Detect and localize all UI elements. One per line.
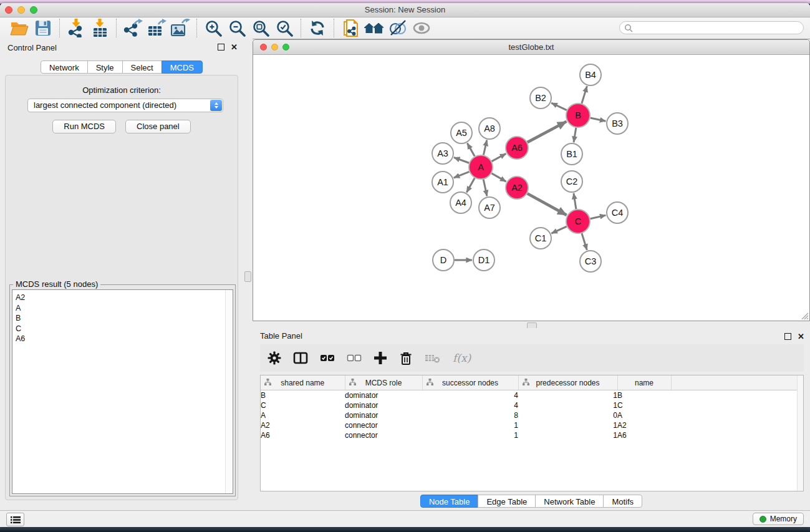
table-cell[interactable]: B [617,390,671,401]
horizontal-splitter[interactable] [253,321,810,328]
table-cell[interactable]: B [261,390,345,401]
table-cell[interactable]: 1 [422,430,518,440]
home-button[interactable] [362,18,386,38]
graph-edge-A-A1[interactable] [454,172,470,178]
table-cell[interactable]: connector [345,430,422,440]
table-cell[interactable]: C [261,400,345,410]
memory-button[interactable]: Memory [753,513,804,525]
delete-column-button[interactable] [399,351,413,365]
table-row[interactable]: A2connector11A2 [261,420,803,430]
table-row[interactable]: Cdominator41C [261,400,803,410]
mcds-result-item[interactable]: A [16,303,233,314]
column-header-shared-name[interactable]: shared name [261,375,345,390]
zoom-in-button[interactable] [201,18,225,38]
column-header-MCDS-role[interactable]: MCDS role [345,375,422,390]
table-cell[interactable]: 4 [422,400,518,410]
table-cell[interactable]: A [617,410,671,420]
table-cell[interactable]: A6 [617,430,671,440]
tab-select[interactable]: Select [122,60,162,74]
mcds-list-scrollbar[interactable] [225,290,233,493]
tab-edge-table[interactable]: Edge Table [478,495,536,508]
table-cell[interactable]: dominator [345,390,422,401]
resize-grip-icon[interactable] [801,312,809,320]
import-table-button[interactable] [88,18,112,38]
search-input[interactable] [633,22,803,34]
float-panel-icon[interactable] [218,44,224,51]
add-column-button[interactable] [374,351,387,365]
show-columns-button[interactable] [293,351,308,365]
export-image-button[interactable] [168,18,192,38]
network-minimize-button[interactable] [271,44,278,51]
network-zoom-button[interactable] [282,44,289,51]
column-header-name[interactable]: name [617,375,671,390]
graph-edge-B-B1[interactable] [574,128,576,142]
main-titlebar[interactable]: Session: New Session [0,3,810,17]
close-panel-button[interactable]: Close panel [125,120,191,133]
table-cell[interactable]: 1 [518,390,617,401]
table-cell[interactable]: 1 [518,430,617,440]
table-row[interactable]: Adominator80A [261,410,803,420]
refresh-button[interactable] [306,18,329,38]
splitter-grabber[interactable] [244,271,251,282]
table-cell[interactable]: 4 [422,390,518,401]
table-cell[interactable]: A6 [261,430,345,440]
graph-edge-B-B3[interactable] [591,118,606,121]
close-panel-icon[interactable]: ✕ [798,333,804,340]
table-scrollbar[interactable] [797,375,803,491]
table-row[interactable]: Bdominator41B [261,390,803,401]
tab-motifs[interactable]: Motifs [603,495,642,508]
table-cell[interactable]: connector [345,420,422,430]
table-cell[interactable]: 8 [422,410,518,420]
graph-edge-A-A5[interactable] [467,143,475,157]
mcds-result-item[interactable]: C [16,324,233,334]
tab-style[interactable]: Style [87,60,123,74]
column-header-predecessor-nodes[interactable]: predecessor nodes [518,375,617,390]
open-session-button[interactable] [7,18,31,38]
table-cell[interactable]: A2 [617,420,671,430]
network-window-titlebar[interactable]: testGlobe.txt [253,40,809,55]
mcds-result-item[interactable]: B [16,313,233,324]
graph-edge-C-C1[interactable] [551,226,566,233]
show-hide-button[interactable] [410,18,433,38]
mcds-result-item[interactable]: A6 [16,334,233,344]
table-cell[interactable]: dominator [345,400,422,410]
tab-network[interactable]: Network [41,60,88,74]
minimize-window-button[interactable] [17,6,25,14]
zoom-out-button[interactable] [225,18,249,38]
export-table-button[interactable] [145,18,168,38]
table-row[interactable]: A6connector11A6 [261,430,803,440]
network-canvas[interactable]: B4B2BB3A8A5A6A3B1AA1C2A2A4A7C4CC1C3DD1 [253,55,809,321]
graph-edge-C-C2[interactable] [574,193,576,209]
tab-network-table[interactable]: Network Table [535,495,604,508]
task-history-button[interactable] [6,513,24,526]
tab-node-table[interactable]: Node Table [420,495,479,508]
deselect-all-button[interactable] [347,354,362,362]
graph-edge-B-B4[interactable] [582,86,587,104]
table-cell[interactable]: 0 [518,410,617,420]
graph-edge-A-A3[interactable] [454,157,469,163]
zoom-fit-button[interactable] [249,18,272,38]
graph-edge-A-A6[interactable] [492,153,506,161]
mcds-result-item[interactable]: A2 [16,293,233,303]
export-network-button[interactable] [121,18,145,38]
vertical-splitter[interactable] [243,39,253,510]
zoom-window-button[interactable] [30,6,37,14]
network-from-selection-button[interactable] [339,18,362,38]
search-box[interactable] [619,21,804,34]
table-cell[interactable]: dominator [345,410,422,420]
venn-diagram-button[interactable] [386,18,410,38]
select-all-button[interactable] [320,354,335,362]
graph-edge-A-A4[interactable] [466,178,475,192]
table-cell[interactable]: 1 [518,400,617,410]
graph-edge-B-B2[interactable] [551,103,567,110]
tab-mcds[interactable]: MCDS [162,60,203,74]
criterion-select[interactable]: largest connected component (directed) [27,99,223,112]
float-panel-icon[interactable] [784,333,791,340]
network-close-button[interactable] [260,44,267,51]
column-header-successor-nodes[interactable]: successor nodes [422,375,518,390]
table-settings-button[interactable] [268,351,281,365]
network-graph[interactable]: B4B2BB3A8A5A6A3B1AA1C2A2A4A7C4CC1C3DD1 [253,55,809,321]
table-cell[interactable]: A [261,410,345,420]
graph-edge-A-A8[interactable] [483,140,486,155]
graph-edge-A-A2[interactable] [491,173,506,181]
